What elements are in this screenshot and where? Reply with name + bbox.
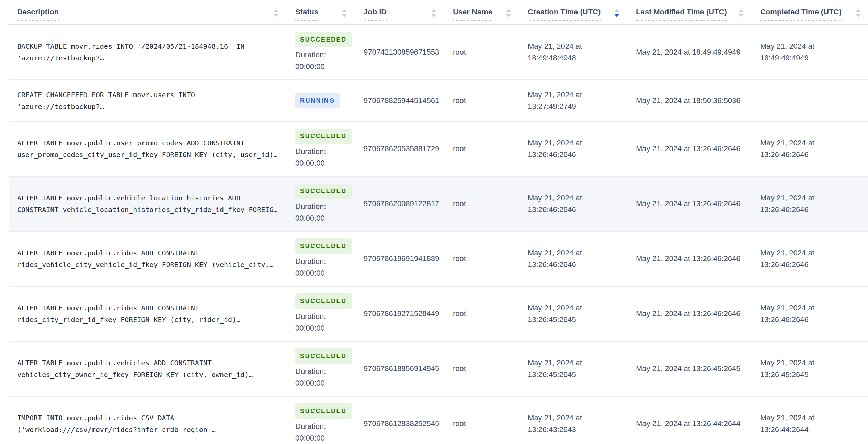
column-header-label[interactable]: Completed Time (UTC) (760, 8, 842, 21)
user-name: root (453, 95, 528, 107)
duration-label: Duration: (295, 49, 347, 61)
status-badge: SUCCEEDED (295, 129, 352, 144)
job-description-cell[interactable]: ALTER TABLE movr.public.user_promo_codes… (9, 137, 295, 160)
column-header-label[interactable]: Last Modified Time (UTC) (636, 8, 727, 21)
sort-asc-icon[interactable] (506, 9, 511, 12)
job-description: CREATE CHANGEFEED FOR TABLE movr.users I… (17, 91, 195, 111)
last-modified-time: May 21, 2024 at 13:26:44:2644 (636, 418, 760, 430)
job-description-cell[interactable]: ALTER TABLE movr.public.rides ADD CONSTR… (9, 247, 295, 270)
sort-arrows-icon[interactable] (431, 9, 436, 17)
job-status-cell: RUNNING (295, 93, 364, 108)
duration-value: 00:00:00 (295, 267, 347, 279)
job-duration: Duration: 00:00:00 (295, 146, 347, 169)
job-id: 970678620535881729 (364, 143, 453, 155)
table-row[interactable]: CREATE CHANGEFEED FOR TABLE movr.users I… (9, 80, 868, 122)
creation-time: May 21, 2024 at 13:26:46:2646 (528, 192, 636, 215)
column-header-label[interactable]: Creation Time (UTC) (528, 8, 601, 21)
sort-arrows-icon[interactable] (614, 9, 619, 17)
jobs-table-body: BACKUP TABLE movr.rides INTO '/2024/05/2… (9, 25, 868, 444)
job-description-cell[interactable]: IMPORT INTO movr.public.rides CSV DATA (… (9, 412, 295, 435)
table-row[interactable]: IMPORT INTO movr.public.rides CSV DATA (… (9, 397, 868, 444)
sort-desc-icon[interactable] (856, 14, 861, 17)
job-id: 970678619691941889 (364, 253, 453, 265)
job-id: 970678612838252545 (364, 418, 453, 430)
last-modified-time: May 21, 2024 at 13:26:46:2646 (636, 308, 760, 320)
job-status-cell: SUCCEEDED Duration: 00:00:00 (295, 403, 364, 444)
status-badge: SUCCEEDED (295, 293, 352, 309)
jobs-table: Description Status Job ID User Name Crea… (0, 0, 868, 444)
job-duration: Duration: 00:00:00 (295, 366, 347, 389)
column-header-label[interactable]: Status (295, 8, 318, 21)
column-header[interactable]: Description (9, 8, 295, 21)
job-description: ALTER TABLE movr.public.rides ADD CONSTR… (17, 304, 240, 324)
sort-asc-icon[interactable] (342, 9, 347, 12)
sort-asc-icon[interactable] (738, 9, 744, 12)
user-name: root (453, 418, 528, 430)
sort-desc-icon[interactable] (738, 14, 744, 17)
table-row[interactable]: ALTER TABLE movr.public.rides ADD CONSTR… (9, 287, 868, 342)
last-modified-time: May 21, 2024 at 13:26:46:2646 (636, 198, 760, 210)
sort-arrows-icon[interactable] (342, 9, 347, 17)
table-row[interactable]: ALTER TABLE movr.public.rides ADD CONSTR… (9, 232, 868, 287)
user-name: root (453, 198, 528, 210)
duration-value: 00:00:00 (295, 322, 347, 334)
job-description-cell[interactable]: ALTER TABLE movr.public.rides ADD CONSTR… (9, 302, 295, 325)
user-name: root (453, 308, 528, 320)
job-description: IMPORT INTO movr.public.rides CSV DATA (… (17, 414, 216, 434)
job-description-cell[interactable]: ALTER TABLE movr.public.vehicles ADD CON… (9, 357, 295, 380)
column-header[interactable]: User Name (453, 8, 528, 21)
sort-arrows-icon[interactable] (273, 9, 279, 17)
job-description-cell[interactable]: BACKUP TABLE movr.rides INTO '/2024/05/2… (9, 41, 295, 64)
table-row[interactable]: ALTER TABLE movr.public.vehicle_location… (9, 177, 868, 232)
table-row[interactable]: ALTER TABLE movr.public.vehicles ADD CON… (9, 342, 868, 397)
column-header[interactable]: Status (295, 8, 364, 21)
column-header[interactable]: Job ID (364, 8, 453, 21)
job-status-cell: SUCCEEDED Duration: 00:00:00 (295, 184, 364, 224)
sort-arrows-icon[interactable] (506, 9, 511, 17)
creation-time: May 21, 2024 at 13:26:46:2646 (528, 247, 636, 270)
duration-label: Duration: (295, 421, 347, 432)
job-duration: Duration: 00:00:00 (295, 201, 347, 224)
column-header-label[interactable]: User Name (453, 8, 492, 21)
creation-time: May 21, 2024 at 13:27:49:2749 (528, 89, 636, 112)
sort-arrows-icon[interactable] (856, 9, 861, 17)
job-description-cell[interactable]: ALTER TABLE movr.public.vehicle_location… (9, 192, 295, 215)
sort-desc-icon[interactable] (431, 14, 436, 17)
job-status-cell: SUCCEEDED Duration: 00:00:00 (295, 238, 364, 279)
job-status-cell: SUCCEEDED Duration: 00:00:00 (295, 32, 364, 73)
job-description-cell[interactable]: CREATE CHANGEFEED FOR TABLE movr.users I… (9, 89, 295, 112)
sort-asc-icon[interactable] (856, 9, 861, 12)
duration-value: 00:00:00 (295, 157, 347, 169)
column-header-label[interactable]: Description (17, 8, 59, 21)
completed-time: May 21, 2024 at 13:26:45:2645 (760, 357, 868, 380)
table-row[interactable]: BACKUP TABLE movr.rides INTO '/2024/05/2… (9, 25, 868, 80)
column-header[interactable]: Last Modified Time (UTC) (636, 8, 760, 21)
user-name: root (453, 363, 528, 375)
last-modified-time: May 21, 2024 at 18:49:49:4949 (636, 46, 760, 58)
sort-asc-icon[interactable] (614, 9, 619, 12)
sort-asc-icon[interactable] (431, 9, 436, 12)
last-modified-time: May 21, 2024 at 13:26:46:2646 (636, 143, 760, 155)
job-id: 970678618856914945 (364, 363, 453, 375)
sort-desc-icon[interactable] (506, 14, 511, 17)
creation-time: May 21, 2024 at 13:26:45:2645 (528, 357, 636, 380)
column-header[interactable]: Creation Time (UTC) (528, 8, 636, 21)
job-description: ALTER TABLE movr.public.vehicle_location… (17, 194, 278, 214)
sort-desc-icon[interactable] (273, 14, 279, 17)
sort-arrows-icon[interactable] (738, 9, 744, 17)
job-status-cell: SUCCEEDED Duration: 00:00:00 (295, 348, 364, 389)
completed-time: May 21, 2024 at 13:26:46:2646 (760, 137, 868, 160)
status-badge: SUCCEEDED (295, 184, 352, 199)
user-name: root (453, 253, 528, 265)
sort-desc-icon[interactable] (342, 14, 347, 17)
job-id: 970678620089122817 (364, 198, 453, 210)
sort-asc-icon[interactable] (273, 9, 279, 12)
job-duration: Duration: 00:00:00 (295, 311, 347, 334)
creation-time: May 21, 2024 at 13:26:45:2645 (528, 302, 636, 325)
column-header[interactable]: Completed Time (UTC) (760, 8, 868, 21)
duration-label: Duration: (295, 201, 347, 212)
table-row[interactable]: ALTER TABLE movr.public.user_promo_codes… (9, 122, 868, 177)
completed-time: May 21, 2024 at 13:26:46:2646 (760, 247, 868, 270)
column-header-label[interactable]: Job ID (364, 8, 387, 21)
sort-desc-icon[interactable] (614, 14, 619, 17)
